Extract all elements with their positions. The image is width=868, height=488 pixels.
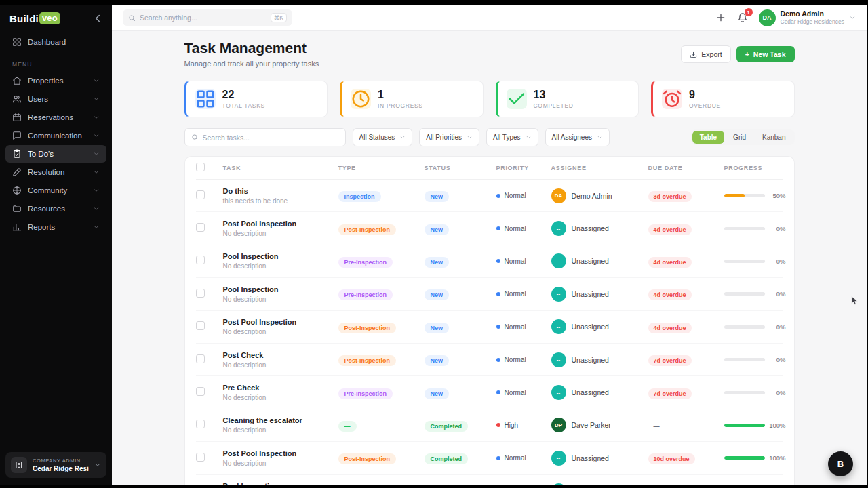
progress-label: 100% — [769, 422, 786, 429]
task-description: No description — [223, 262, 338, 270]
task-title: Post Pool Inspection — [223, 220, 338, 228]
task-description: No description — [223, 296, 338, 303]
select-all-checkbox[interactable] — [196, 163, 205, 171]
table-row[interactable]: Pool Inspection No description Pre-Inspe… — [196, 475, 783, 485]
sidebar-item[interactable]: Resources — [5, 200, 106, 218]
stat-icon — [195, 89, 216, 109]
table-row[interactable]: Post Pool Inspection No description Post… — [196, 442, 783, 474]
new-task-button[interactable]: + New Task — [736, 46, 795, 62]
sidebar-logo-row: Buildiveo — [0, 5, 112, 33]
row-checkbox[interactable] — [196, 321, 205, 330]
chevron-down-icon — [93, 187, 100, 194]
task-search[interactable] — [184, 128, 346, 146]
table-row[interactable]: Post Pool Inspection No description Post… — [196, 212, 783, 245]
assignee-name: Unassigned — [572, 290, 609, 298]
column-header-task: TASK — [223, 165, 338, 171]
sidebar-item[interactable]: Communication — [5, 127, 106, 144]
filter-select[interactable]: All Priorities — [419, 128, 479, 146]
row-checkbox[interactable] — [196, 420, 205, 428]
keyboard-shortcut-badge: ⌘K — [271, 13, 287, 22]
progress-bar — [724, 358, 765, 361]
view-toggle[interactable]: Table — [692, 131, 724, 144]
assignee-avatar: -- — [551, 319, 566, 334]
sidebar-item-label: Reports — [28, 223, 55, 231]
sidebar-item-dashboard[interactable]: Dashboard — [5, 33, 106, 51]
assignee-name: Unassigned — [572, 388, 609, 396]
sidebar-item[interactable]: Resolution — [5, 163, 106, 181]
task-title: Post Pool Inspection — [223, 449, 338, 458]
global-search[interactable]: ⌘K — [123, 9, 292, 26]
sidebar-section-label: MENU — [0, 52, 112, 71]
type-badge: — — [338, 421, 357, 432]
due-date-badge: 4d overdue — [648, 257, 692, 268]
table-row[interactable]: Pre Check No description Pre-Inspection … — [196, 376, 783, 409]
status-badge: New — [425, 289, 450, 300]
progress-label: 100% — [769, 454, 786, 462]
row-checkbox[interactable] — [196, 453, 205, 462]
row-checkbox[interactable] — [196, 256, 205, 264]
progress-label: 0% — [769, 356, 786, 363]
row-checkbox[interactable] — [196, 387, 205, 396]
table-row[interactable]: Post Check No description Post-Inspectio… — [196, 344, 783, 376]
type-badge: Inspection — [338, 191, 381, 202]
filter-select[interactable]: All Statuses — [353, 128, 413, 146]
view-toggle[interactable]: Kanban — [755, 131, 793, 144]
sidebar-item[interactable]: Properties — [5, 72, 106, 89]
table-header-row: TASK TYPE STATUS PRIORITY ASSIGNEE DUE D… — [196, 157, 783, 180]
status-badge: New — [425, 257, 450, 268]
row-checkbox[interactable] — [196, 223, 205, 232]
add-button[interactable] — [715, 12, 726, 23]
assignee-avatar: -- — [551, 287, 566, 302]
sidebar-item[interactable]: Community — [5, 182, 106, 199]
table-row[interactable]: Cleaning the escalator No description — … — [196, 409, 783, 442]
type-badge: Post-Inspection — [338, 355, 397, 366]
priority-dot — [496, 423, 500, 427]
task-description: No description — [223, 361, 338, 369]
sidebar-item-label: To Do's — [28, 150, 54, 158]
sidebar-collapse-icon[interactable] — [92, 12, 104, 24]
sidebar-item[interactable]: Reservations — [5, 108, 106, 126]
row-checkbox[interactable] — [196, 289, 205, 298]
chevron-down-icon — [93, 77, 100, 84]
user-menu[interactable]: DA Demo Admin Cedar Ridge Residences — [759, 9, 856, 26]
notifications-button[interactable]: 1 — [737, 12, 748, 23]
stats-row: 22 TOTAL TASKS 1 IN PROGRESS — [184, 81, 795, 117]
view-toggle[interactable]: Grid — [726, 131, 753, 144]
sidebar-item[interactable]: To Do's — [5, 145, 106, 163]
sidebar-item[interactable]: Reports — [5, 218, 106, 236]
assignee-name: Unassigned — [572, 454, 609, 462]
progress-bar — [724, 227, 765, 230]
global-search-input[interactable] — [140, 14, 267, 22]
stat-value: 1 — [378, 89, 423, 101]
status-badge: New — [425, 355, 450, 366]
notification-count-badge: 1 — [745, 8, 753, 16]
app-logo: Buildiveo — [9, 12, 60, 24]
export-button[interactable]: Export — [681, 45, 730, 63]
filter-select[interactable]: All Types — [486, 128, 538, 146]
table-row[interactable]: Do this this needs to be done Inspection… — [196, 180, 783, 212]
table-row[interactable]: Pool Inspection No description Pre-Inspe… — [196, 278, 783, 310]
status-badge: New — [425, 191, 450, 202]
task-search-input[interactable] — [203, 134, 339, 142]
table-row[interactable]: Pool Inspection No description Pre-Inspe… — [196, 245, 783, 278]
task-description: this needs to be done — [223, 197, 338, 205]
chevron-down-icon — [93, 205, 100, 212]
priority-label: Normal — [505, 225, 526, 232]
floating-action-button[interactable]: B — [828, 451, 853, 476]
status-badge: Completed — [425, 421, 469, 432]
table-row[interactable]: Post Pool Inspection No description Post… — [196, 311, 783, 344]
priority-dot — [496, 194, 500, 198]
sidebar-item-icon — [12, 222, 22, 232]
sidebar-item[interactable]: Users — [5, 90, 106, 108]
filter-select[interactable]: All Assignees — [545, 128, 610, 146]
column-header-type: TYPE — [338, 165, 425, 171]
stat-label: TOTAL TASKS — [222, 102, 265, 109]
row-checkbox[interactable] — [196, 354, 205, 363]
sidebar-item-label: Resources — [28, 205, 65, 213]
company-switcher[interactable]: COMPANY ADMIN Cedar Ridge Reside... — [5, 452, 106, 478]
row-checkbox[interactable] — [196, 190, 205, 199]
stat-label: COMPLETED — [534, 102, 574, 109]
sidebar-item-label: Communication — [28, 131, 82, 140]
column-header-priority: PRIORITY — [496, 165, 551, 171]
column-header-assignee: ASSIGNEE — [551, 165, 648, 171]
